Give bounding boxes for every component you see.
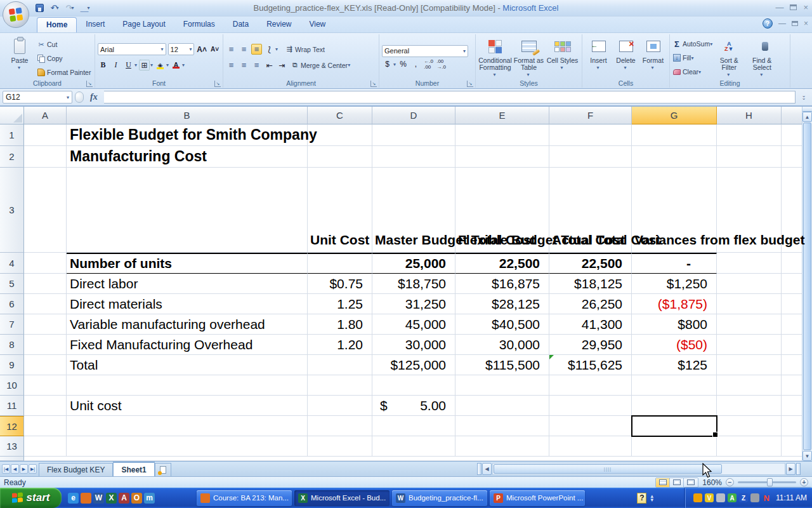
cell-H9[interactable] (717, 355, 782, 375)
minimize-button[interactable]: — (775, 3, 783, 12)
msn-icon[interactable]: m (144, 493, 155, 504)
cell-A2[interactable] (24, 146, 67, 168)
cell-A11[interactable] (24, 396, 67, 416)
cell-H2[interactable] (717, 146, 782, 168)
close-button[interactable]: × (803, 3, 808, 12)
cell-E3[interactable]: Flexible Budget Total Cost (455, 168, 549, 253)
cell-C8[interactable]: 1.20 (308, 335, 372, 355)
undo-button[interactable]: ↶▾ (48, 3, 61, 14)
autosum-button[interactable]: ΣAutoSum▾ (672, 37, 712, 50)
zone-alarm-icon[interactable]: Z (739, 493, 748, 502)
tab-split-handle[interactable] (477, 463, 481, 475)
last-sheet-icon[interactable]: ▶| (29, 464, 37, 474)
norton-icon[interactable]: N (762, 493, 771, 502)
format-painter-button[interactable]: Format Painter (37, 66, 91, 79)
cell-B6[interactable]: Direct materials (67, 294, 308, 314)
row-header-3[interactable]: 3 (0, 168, 24, 253)
cell-B5[interactable]: Direct labor (67, 274, 308, 294)
cell-E12[interactable] (455, 416, 549, 436)
select-all-corner[interactable] (0, 107, 24, 124)
cell-D4[interactable]: 25,000 (372, 253, 455, 274)
font-size-dropdown-icon[interactable]: ▾ (187, 46, 192, 52)
cell-D1[interactable] (372, 124, 455, 146)
row-header-6[interactable]: 6 (0, 294, 24, 314)
tab-review[interactable]: Review (258, 17, 300, 32)
access-icon[interactable]: A (119, 493, 129, 504)
help-tray-icon[interactable]: ? (637, 493, 646, 504)
increase-indent-button[interactable]: ⇥ (277, 60, 287, 70)
sheet-tab-sheet1[interactable]: Sheet1 (113, 462, 154, 476)
prev-sheet-icon[interactable]: ◀ (11, 464, 19, 474)
cell-A13[interactable] (24, 436, 67, 457)
orientation-dropdown-icon[interactable]: ▾ (275, 46, 278, 52)
find-select-button[interactable]: Find & Select▾ (745, 36, 778, 79)
cell-A5[interactable] (24, 274, 67, 294)
cell-G7[interactable]: $800 (632, 314, 717, 335)
vertical-scroll-thumb[interactable] (803, 123, 811, 450)
bold-button[interactable]: B (98, 60, 108, 70)
cell-A1[interactable] (24, 124, 67, 146)
cell-D2[interactable] (372, 146, 455, 168)
row-header-7[interactable]: 7 (0, 314, 24, 335)
cell-F11[interactable] (549, 396, 632, 416)
cell-A8[interactable] (24, 335, 67, 355)
cell-A12[interactable] (24, 416, 67, 436)
scroll-right-icon[interactable]: ▶ (786, 463, 796, 475)
cell-C2[interactable] (308, 146, 372, 168)
next-sheet-icon[interactable]: ▶ (20, 464, 28, 474)
underline-dropdown-icon[interactable]: ▾ (134, 62, 137, 68)
cell-A6[interactable] (24, 294, 67, 314)
cell-H8[interactable] (717, 335, 782, 355)
cell-D8[interactable]: 30,000 (372, 335, 455, 355)
cell-H5[interactable] (717, 274, 782, 294)
vertical-scrollbar[interactable]: ▲ ▼ (802, 107, 812, 461)
cell-A7[interactable] (24, 314, 67, 335)
redo-button[interactable]: ↷▾ (63, 3, 76, 14)
borders-dropdown-icon[interactable]: ▾ (150, 62, 153, 68)
number-dialog-launcher[interactable]: ↘ (467, 81, 473, 87)
zoom-in-button[interactable]: + (800, 478, 808, 486)
format-as-table-button[interactable]: Format as Table▾ (512, 36, 546, 79)
cell-D13[interactable] (372, 436, 455, 457)
column-header-A[interactable]: A (24, 107, 67, 124)
cell-H6[interactable] (717, 294, 782, 314)
cell-G3[interactable]: Variances from flex budget (632, 168, 717, 253)
normal-view-button[interactable] (656, 478, 670, 487)
security-shield-icon[interactable]: V (705, 493, 714, 502)
cell-B13[interactable] (67, 436, 308, 457)
undo-dropdown-icon[interactable]: ▾ (56, 5, 58, 11)
zoom-level[interactable]: 160% (702, 478, 722, 487)
column-header-F[interactable]: F (549, 107, 632, 124)
cell-F9[interactable]: $115,625 (549, 355, 632, 375)
cell-C3[interactable]: Unit Cost (308, 168, 372, 253)
customize-qat-button[interactable]: ⸏▾ (79, 3, 91, 14)
cell-E13[interactable] (455, 436, 549, 457)
italic-button[interactable]: I (110, 60, 121, 70)
cell-F2[interactable] (549, 146, 632, 168)
alignment-dialog-launcher[interactable]: ↘ (370, 81, 377, 87)
accounting-dropdown-icon[interactable]: ▾ (393, 62, 396, 67)
cell-B1[interactable]: Flexible Budget for Smith Company (67, 124, 308, 146)
underline-button[interactable]: U (123, 60, 134, 70)
cell-G8[interactable]: ($50) (632, 335, 717, 355)
insert-cells-button[interactable]: Insert▾ (585, 36, 612, 79)
font-family-dropdown-icon[interactable]: ▾ (159, 46, 164, 52)
workbook-close-button[interactable]: × (804, 19, 808, 28)
office-button[interactable] (3, 1, 29, 28)
tab-formulas[interactable]: Formulas (174, 17, 224, 32)
cell-B2[interactable]: Manufacturing Cost (67, 146, 308, 168)
cell-F8[interactable]: 29,950 (549, 335, 632, 355)
cell-F10[interactable] (549, 375, 632, 396)
taskbar-button-excel[interactable]: XMicrosoft Excel - Bud... (294, 490, 390, 506)
cell-F13[interactable] (549, 436, 632, 457)
conditional-formatting-button[interactable]: Conditional Formatting▾ (478, 36, 512, 79)
cell-B3[interactable] (67, 168, 308, 253)
taskbar-button-firefox[interactable]: Course: BA 213: Man... (197, 490, 292, 506)
format-cells-button[interactable]: Format▾ (639, 36, 667, 79)
fill-color-button[interactable]: ◈ (155, 60, 166, 70)
row-header-10[interactable]: 10 (0, 375, 24, 396)
cell-F5[interactable]: $18,125 (549, 274, 632, 294)
column-header-B[interactable]: B (67, 107, 308, 124)
cell-E1[interactable] (455, 124, 549, 146)
shrink-font-button[interactable]: A˅ (209, 44, 220, 55)
